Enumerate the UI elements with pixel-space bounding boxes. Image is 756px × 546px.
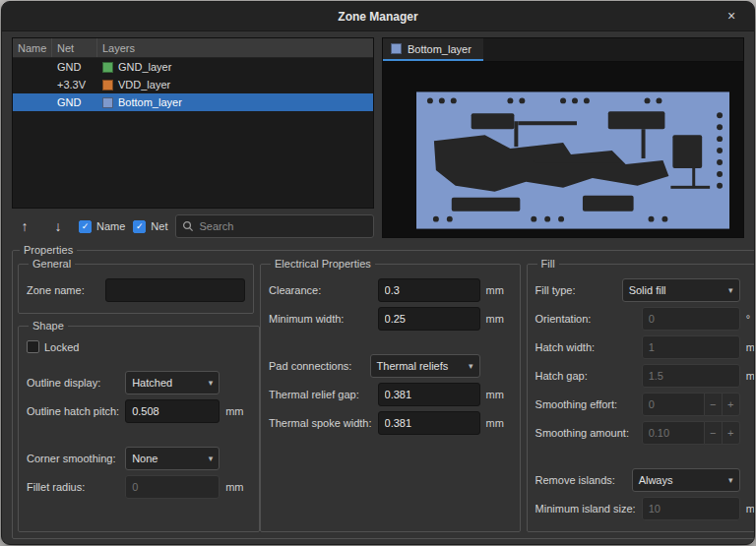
remove-islands-dropdown[interactable]: Always ▾ [632,468,740,492]
properties-section: Properties General Zone name: Shape Lock… [2,244,754,543]
outline-display-dropdown[interactable]: Hatched ▾ [125,371,220,394]
properties-group-label: Properties [20,244,77,256]
tab-bottom-layer[interactable]: Bottom_layer [383,38,483,61]
fill-type-dropdown[interactable]: Solid fill ▾ [622,278,740,302]
layer-preview-pane: Bottom_layer [382,37,744,238]
smoothing-effort-input[interactable] [642,393,705,416]
properties-left-column: General Zone name: Shape Locked [18,258,254,532]
chevron-down-icon: ▾ [469,361,473,371]
thermal-spoke-width-input[interactable] [378,411,480,435]
clearance-unit: mm [486,284,512,296]
arrow-up-icon: ↑ [22,218,29,234]
fillet-radius-input[interactable] [125,475,220,499]
hatch-width-label: Hatch width: [536,341,636,353]
close-icon[interactable]: × [721,6,742,28]
zone-name-input[interactable] [105,278,245,302]
remove-islands-label: Remove islands: [536,474,626,486]
tab-label: Bottom_layer [408,43,472,55]
zone-layer-cell: VDD_layer [97,79,373,91]
clearance-input[interactable] [378,278,480,302]
zone-list-toolbar: ↑ ↓ ✓ Name ✓ Net [12,214,374,238]
minimum-width-unit: mm [486,313,512,325]
dropdown-value: Thermal reliefs [377,360,449,372]
zone-layer-label: GND_layer [118,61,171,73]
chevron-down-icon: ▾ [209,378,214,388]
thermal-spoke-width-label: Thermal spoke width: [269,417,372,429]
zone-layer-label: Bottom_layer [118,96,182,108]
shape-group-label: Shape [29,320,68,332]
zone-layer-cell: Bottom_layer [97,96,373,108]
outline-hatch-pitch-label: Outline hatch pitch: [27,405,119,417]
checkbox-box: ✓ [133,220,146,233]
zone-net-cell: +3.3V [52,79,97,91]
thermal-spoke-width-unit: mm [486,417,512,429]
show-name-checkbox[interactable]: ✓ Name [79,220,125,233]
corner-smoothing-dropdown[interactable]: None ▾ [125,447,220,470]
column-header-layers[interactable]: Layers [97,38,373,57]
titlebar[interactable]: Zone Manager × [2,2,754,31]
general-group-label: General [29,258,75,270]
zone-list-pane: Name Net Layers GND GND_layer [12,37,374,238]
zone-row-vdd-layer[interactable]: +3.3V VDD_layer [13,76,373,93]
column-header-net[interactable]: Net [52,38,97,57]
chevron-down-icon: ▾ [728,285,733,295]
fillet-radius-unit: mm [225,481,251,493]
dropdown-value: Solid fill [629,284,666,296]
decrement-icon[interactable]: − [705,393,723,416]
thermal-relief-gap-input[interactable] [378,383,480,406]
zone-row-gnd-layer[interactable]: GND GND_layer [13,58,373,76]
search-box[interactable] [175,214,374,238]
checkbox-label: Locked [44,341,79,353]
zone-layer-label: VDD_layer [118,79,170,91]
minimum-island-size-input[interactable] [642,497,740,520]
pad-connections-dropdown[interactable]: Thermal reliefs ▾ [370,354,480,378]
smoothing-amount-label: Smoothing amount: [536,427,636,439]
properties-group: Properties General Zone name: Shape Lock… [12,244,755,539]
hatch-width-unit: mm [746,341,755,353]
pcb-preview-canvas [383,62,743,237]
window-title: Zone Manager [338,10,417,24]
zone-net-cell: GND [52,61,97,73]
hatch-gap-label: Hatch gap: [536,370,636,382]
check-icon: ✓ [82,222,90,231]
search-input[interactable] [199,220,367,232]
show-net-checkbox[interactable]: ✓ Net [133,220,167,233]
check-icon: ✓ [136,222,144,231]
column-header-name[interactable]: Name [13,38,52,57]
fill-group: Fill Fill type: Solid fill ▾ Orientation… [527,258,755,532]
move-up-button[interactable]: ↑ [12,214,37,238]
zone-manager-dialog: Zone Manager × Name Net Layers GND GND_ [1,1,755,545]
hatch-width-input[interactable] [642,335,740,359]
zone-table: Name Net Layers GND GND_layer [12,37,374,209]
increment-icon[interactable]: + [723,421,740,445]
increment-icon[interactable]: + [723,393,740,416]
layer-color-swatch [391,43,402,54]
hatch-gap-input[interactable] [642,364,740,388]
zone-row-bottom-layer[interactable]: GND Bottom_layer [13,93,373,111]
move-down-button[interactable]: ↓ [45,214,71,238]
electrical-group-label: Electrical Properties [271,258,375,270]
orientation-unit: ° [746,313,755,325]
fill-group-label: Fill [537,258,559,270]
checkbox-label: Net [151,220,167,232]
outline-hatch-pitch-input[interactable] [125,399,220,423]
thermal-relief-gap-label: Thermal relief gap: [269,389,372,400]
locked-checkbox[interactable]: Locked [27,340,79,353]
preview-tabbar: Bottom_layer [383,38,743,62]
zone-table-body: GND GND_layer +3.3V VDD_layer [13,58,373,208]
layer-color-swatch [102,62,113,73]
orientation-input[interactable] [642,307,740,331]
fill-type-label: Fill type: [536,284,616,296]
checkbox-box: ✓ [79,220,92,233]
top-section: Name Net Layers GND GND_layer [2,31,754,244]
fillet-radius-label: Fillet radius: [27,481,119,493]
electrical-properties-group: Electrical Properties Clearance: mm Mini… [260,258,521,532]
decrement-icon[interactable]: − [705,421,723,445]
outline-hatch-pitch-unit: mm [225,405,251,417]
smoothing-amount-spinner: − + [642,421,740,445]
search-icon [182,220,194,232]
minimum-width-input[interactable] [378,307,480,331]
chevron-down-icon: ▾ [209,454,214,463]
dialog-footer: Repour Apply Cancel OK [2,543,754,545]
smoothing-amount-input[interactable] [642,421,705,445]
